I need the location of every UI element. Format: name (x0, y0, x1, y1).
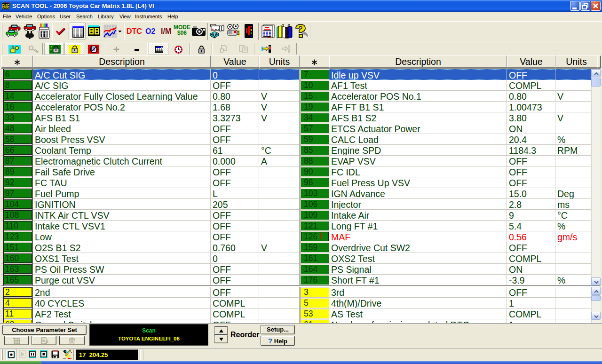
svg-text:EASE: EASE (2, 3, 9, 10)
